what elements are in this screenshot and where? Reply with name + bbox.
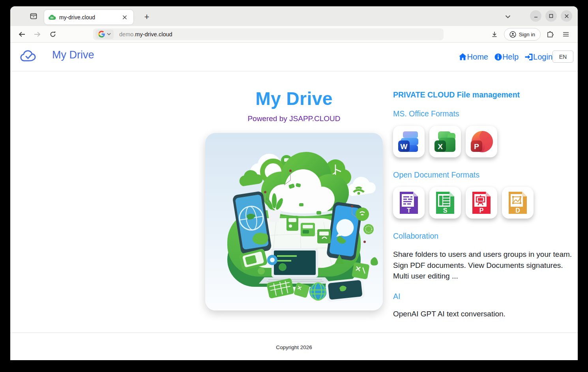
svg-text:D: D — [515, 207, 520, 214]
info-icon — [494, 53, 502, 61]
svg-text:X: X — [438, 142, 443, 151]
page-title: My Drive — [205, 88, 383, 109]
ai-text: OpenAI GPT AI text conversation. — [393, 310, 575, 318]
search-engine-chip[interactable] — [96, 30, 114, 39]
tab-close-icon[interactable] — [120, 13, 129, 22]
odt-text-icon[interactable]: T — [393, 187, 425, 219]
collaboration-text: Share folders to users and users groups … — [393, 249, 575, 282]
odp-presentation-icon[interactable]: P — [466, 187, 497, 219]
nav-home-link[interactable]: Home — [459, 52, 488, 62]
svg-text:S: S — [443, 207, 448, 214]
odf-heading: Open Document Formats — [393, 170, 575, 179]
office-icons-row: W X — [393, 126, 575, 157]
nav-home-label: Home — [467, 52, 488, 62]
features-title: PRIVATE CLOUD File management — [393, 90, 575, 99]
account-icon — [509, 31, 516, 38]
word-icon[interactable]: W — [393, 126, 425, 157]
main-content: My Drive Powered by JSAPP.CLOUD — [10, 71, 578, 333]
hero-illustration — [205, 133, 383, 310]
site-nav: Home Help Login — [459, 43, 552, 71]
language-select[interactable]: EN — [552, 50, 573, 63]
svg-text:do: do — [51, 16, 54, 19]
nav-login-link[interactable]: Login — [525, 52, 552, 62]
google-icon — [98, 31, 105, 37]
features-column: PRIVATE CLOUD File management MS. Office… — [393, 71, 575, 318]
powerpoint-icon[interactable]: P — [466, 126, 497, 157]
close-window-button[interactable] — [561, 10, 572, 22]
extensions-icon[interactable] — [544, 28, 556, 41]
url-text: demo.my-drive.cloud — [119, 31, 172, 37]
collaboration-line: Sign PDF documents. View Documents signa… — [393, 260, 575, 271]
downloads-icon[interactable] — [488, 28, 501, 41]
url-bar[interactable]: demo.my-drive.cloud — [93, 28, 444, 40]
odg-drawing-icon[interactable]: D — [502, 187, 534, 219]
site-header: My Drive Home Help Login EN — [10, 43, 578, 71]
home-icon — [459, 53, 467, 61]
nav-help-link[interactable]: Help — [494, 52, 519, 62]
copyright-text: Copyright 2026 — [10, 344, 578, 350]
back-icon[interactable] — [16, 28, 28, 41]
page-subtitle: Powered by JSAPP.CLOUD — [205, 114, 383, 123]
hero-column: My Drive Powered by JSAPP.CLOUD — [205, 88, 383, 310]
list-tabs-chevron-icon[interactable] — [502, 11, 514, 22]
svg-text:P: P — [474, 142, 479, 151]
browser-window: do my-drive.cloud + — [10, 6, 578, 360]
sign-in-label: Sign in — [519, 32, 535, 37]
tab-strip: do my-drive.cloud + — [10, 6, 578, 26]
cloud-check-logo-icon[interactable] — [20, 48, 39, 64]
forward-icon[interactable] — [31, 28, 43, 41]
reload-icon[interactable] — [47, 28, 59, 41]
tab-title: my-drive.cloud — [59, 14, 120, 21]
svg-text:P: P — [479, 207, 484, 214]
office-formats-heading: MS. Office Formats — [393, 109, 575, 118]
excel-icon[interactable]: X — [429, 126, 461, 157]
odf-icons-row: T S — [393, 187, 575, 219]
svg-text:W: W — [401, 142, 408, 151]
chevron-down-icon — [107, 33, 111, 36]
brand-name[interactable]: My Drive — [52, 49, 94, 61]
ods-spreadsheet-icon[interactable]: S — [429, 187, 461, 219]
navigation-toolbar: demo.my-drive.cloud Sign in — [10, 26, 578, 43]
site-footer: Copyright 2026 — [10, 333, 578, 360]
login-arrow-icon — [525, 53, 533, 61]
sign-in-button[interactable]: Sign in — [504, 28, 541, 41]
ai-heading: AI — [393, 292, 575, 301]
svg-text:T: T — [407, 207, 411, 214]
minimize-button[interactable] — [530, 10, 541, 22]
new-tab-button[interactable]: + — [140, 11, 153, 23]
collaboration-line: Share folders to users and users groups … — [393, 249, 575, 260]
collaboration-heading: Collaboration — [393, 232, 575, 241]
nav-login-label: Login — [533, 52, 552, 62]
window-controls — [530, 10, 572, 22]
collaboration-line: Multi user editing ... — [393, 271, 575, 282]
site-favicon-cloud-icon: do — [48, 14, 56, 21]
nav-help-label: Help — [502, 52, 519, 62]
firefox-view-icon[interactable] — [27, 9, 40, 23]
menu-hamburger-icon[interactable] — [560, 28, 572, 41]
browser-tab[interactable]: do my-drive.cloud — [44, 10, 133, 24]
maximize-button[interactable] — [545, 10, 557, 22]
